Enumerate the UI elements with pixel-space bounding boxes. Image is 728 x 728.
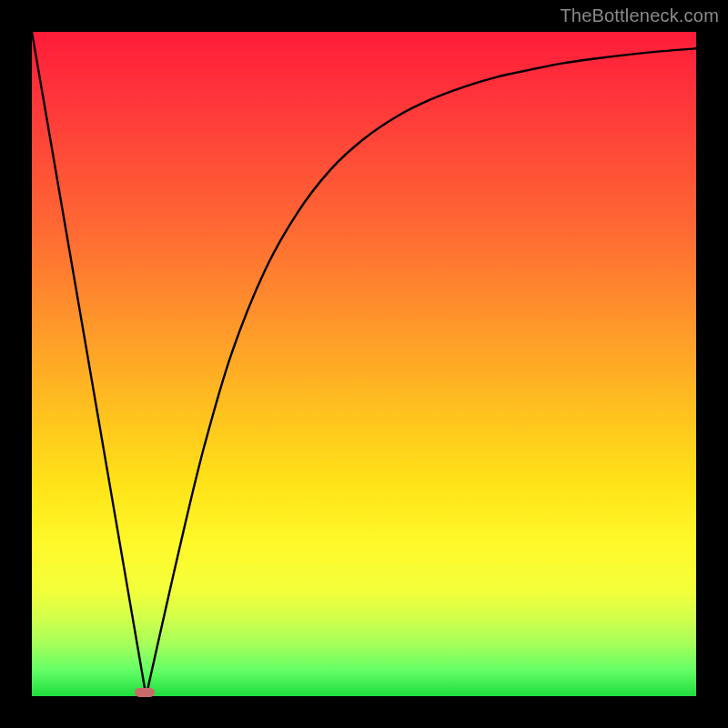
optimum-marker — [135, 688, 155, 697]
plot-area — [32, 32, 696, 696]
watermark-text: TheBottleneck.com — [560, 5, 719, 26]
chart-frame: TheBottleneck.com — [0, 0, 728, 728]
